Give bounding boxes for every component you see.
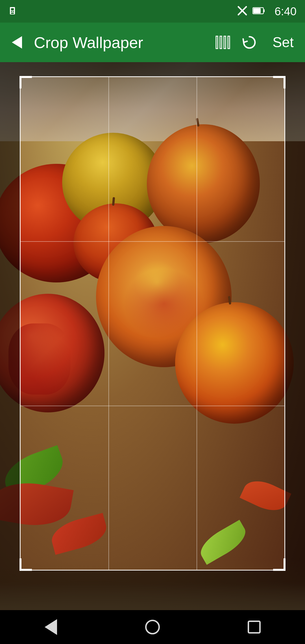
page-title: Crop Wallpaper: [34, 33, 208, 52]
apple-4-stem: [112, 197, 115, 206]
leaf-5: [195, 520, 251, 565]
apples-area: [0, 119, 305, 571]
apple-7: [175, 302, 294, 424]
status-bar-right: 6:40: [237, 5, 297, 18]
battery-icon: [252, 7, 265, 16]
toolbar-actions: Set: [214, 31, 299, 53]
image-area[interactable]: [0, 62, 305, 644]
back-arrow-icon: [12, 36, 22, 49]
svg-rect-4: [11, 13, 14, 14]
svg-rect-1: [11, 8, 14, 10]
back-button[interactable]: [6, 31, 28, 54]
apple-6: [0, 294, 104, 412]
sim-icon: [8, 6, 19, 16]
svg-rect-8: [263, 9, 265, 12]
apple-3: [147, 124, 260, 243]
apple-3-stem: [196, 118, 199, 127]
nav-home-button[interactable]: [138, 613, 167, 641]
nav-back-button[interactable]: [37, 613, 65, 641]
time-display: 6:40: [274, 5, 297, 18]
top-bar: Crop Wallpaper Set: [0, 23, 305, 62]
set-button[interactable]: Set: [267, 31, 299, 53]
svg-rect-13: [228, 36, 230, 49]
svg-rect-2: [11, 11, 12, 12]
nav-home-icon: [145, 620, 160, 634]
leaf-4: [239, 475, 291, 517]
rotate-button[interactable]: [240, 33, 258, 51]
navigation-bar: [0, 610, 305, 644]
svg-rect-11: [220, 36, 222, 49]
status-bar-left: [8, 0, 19, 23]
svg-rect-10: [216, 36, 218, 49]
svg-rect-3: [13, 11, 14, 12]
resize-button[interactable]: [214, 33, 232, 51]
svg-rect-9: [253, 8, 261, 13]
status-bar: 6:40: [0, 0, 305, 23]
nav-back-icon: [45, 619, 57, 635]
svg-rect-12: [224, 36, 226, 49]
signal-icon: [237, 6, 247, 17]
nav-recents-button[interactable]: [240, 613, 268, 641]
nav-recents-icon: [248, 621, 261, 634]
